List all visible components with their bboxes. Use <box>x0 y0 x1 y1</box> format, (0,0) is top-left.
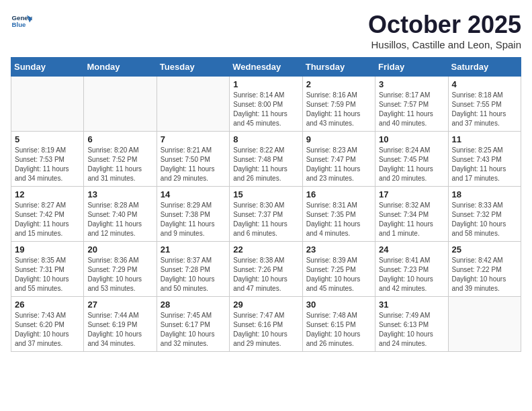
day-number: 11 <box>452 134 517 144</box>
day-info: Sunrise: 8:41 AM Sunset: 7:23 PM Dayligh… <box>379 256 444 293</box>
calendar-cell: 6Sunrise: 8:20 AM Sunset: 7:52 PM Daylig… <box>84 132 157 187</box>
day-number: 14 <box>161 189 226 199</box>
day-info: Sunrise: 8:19 AM Sunset: 7:53 PM Dayligh… <box>15 146 80 183</box>
day-number: 4 <box>452 79 517 89</box>
header: General Blue October 2025 Husillos, Cast… <box>11 11 521 50</box>
day-info: Sunrise: 8:30 AM Sunset: 7:37 PM Dayligh… <box>233 201 298 238</box>
day-number: 24 <box>379 244 444 255</box>
calendar-cell: 22Sunrise: 8:38 AM Sunset: 7:26 PM Dayli… <box>230 242 302 297</box>
weekday-header-row: SundayMondayTuesdayWednesdayThursdayFrid… <box>11 58 521 77</box>
day-info: Sunrise: 8:32 AM Sunset: 7:34 PM Dayligh… <box>379 201 444 238</box>
day-number: 17 <box>379 189 444 199</box>
weekday-header-sunday: Sunday <box>11 58 84 77</box>
day-info: Sunrise: 8:16 AM Sunset: 7:59 PM Dayligh… <box>306 91 371 128</box>
day-number: 18 <box>452 189 517 199</box>
calendar-cell: 18Sunrise: 8:33 AM Sunset: 7:32 PM Dayli… <box>448 187 521 242</box>
calendar-cell: 23Sunrise: 8:39 AM Sunset: 7:25 PM Dayli… <box>302 242 375 297</box>
calendar-cell: 1Sunrise: 8:14 AM Sunset: 8:00 PM Daylig… <box>230 77 302 132</box>
week-row-4: 19Sunrise: 8:35 AM Sunset: 7:31 PM Dayli… <box>11 242 521 297</box>
day-info: Sunrise: 8:25 AM Sunset: 7:43 PM Dayligh… <box>452 146 517 183</box>
day-info: Sunrise: 7:48 AM Sunset: 6:15 PM Dayligh… <box>306 311 371 349</box>
calendar-cell: 24Sunrise: 8:41 AM Sunset: 7:23 PM Dayli… <box>375 242 448 297</box>
calendar-cell: 5Sunrise: 8:19 AM Sunset: 7:53 PM Daylig… <box>11 132 84 187</box>
day-number: 16 <box>306 189 371 199</box>
day-info: Sunrise: 7:45 AM Sunset: 6:17 PM Dayligh… <box>161 311 226 349</box>
calendar-cell: 27Sunrise: 7:44 AM Sunset: 6:19 PM Dayli… <box>84 297 157 352</box>
day-info: Sunrise: 8:23 AM Sunset: 7:47 PM Dayligh… <box>306 146 371 183</box>
day-info: Sunrise: 8:28 AM Sunset: 7:40 PM Dayligh… <box>87 201 152 238</box>
weekday-header-thursday: Thursday <box>302 58 375 77</box>
calendar-cell: 16Sunrise: 8:31 AM Sunset: 7:35 PM Dayli… <box>302 187 375 242</box>
day-number: 1 <box>233 79 298 89</box>
day-info: Sunrise: 8:37 AM Sunset: 7:28 PM Dayligh… <box>161 256 226 293</box>
calendar-cell: 20Sunrise: 8:36 AM Sunset: 7:29 PM Dayli… <box>84 242 157 297</box>
day-number: 25 <box>452 244 517 255</box>
day-info: Sunrise: 8:14 AM Sunset: 8:00 PM Dayligh… <box>233 91 298 128</box>
day-info: Sunrise: 8:20 AM Sunset: 7:52 PM Dayligh… <box>87 146 152 183</box>
day-number: 29 <box>233 300 298 310</box>
day-number: 15 <box>233 189 298 199</box>
calendar-cell: 11Sunrise: 8:25 AM Sunset: 7:43 PM Dayli… <box>448 132 521 187</box>
day-number: 5 <box>15 134 80 144</box>
calendar-cell: 4Sunrise: 8:18 AM Sunset: 7:55 PM Daylig… <box>448 77 521 132</box>
calendar-cell: 31Sunrise: 7:49 AM Sunset: 6:13 PM Dayli… <box>375 297 448 352</box>
calendar-cell: 26Sunrise: 7:43 AM Sunset: 6:20 PM Dayli… <box>11 297 84 352</box>
title-area: October 2025 Husillos, Castille and Leon… <box>368 11 521 50</box>
day-number: 31 <box>379 300 444 310</box>
day-number: 7 <box>161 134 226 144</box>
day-info: Sunrise: 8:31 AM Sunset: 7:35 PM Dayligh… <box>306 201 371 238</box>
day-number: 2 <box>306 79 371 89</box>
calendar-cell <box>84 77 157 132</box>
calendar-cell <box>157 77 229 132</box>
day-info: Sunrise: 8:21 AM Sunset: 7:50 PM Dayligh… <box>161 146 226 183</box>
day-info: Sunrise: 8:36 AM Sunset: 7:29 PM Dayligh… <box>87 256 152 293</box>
svg-text:Blue: Blue <box>12 21 26 28</box>
calendar-cell: 28Sunrise: 7:45 AM Sunset: 6:17 PM Dayli… <box>157 297 229 352</box>
logo-icon: General Blue <box>11 11 32 32</box>
weekday-header-monday: Monday <box>84 58 157 77</box>
week-row-3: 12Sunrise: 8:27 AM Sunset: 7:42 PM Dayli… <box>11 187 521 242</box>
week-row-1: 1Sunrise: 8:14 AM Sunset: 8:00 PM Daylig… <box>11 77 521 132</box>
calendar-cell <box>448 297 521 352</box>
day-number: 21 <box>161 244 226 255</box>
day-info: Sunrise: 8:27 AM Sunset: 7:42 PM Dayligh… <box>15 201 80 238</box>
day-info: Sunrise: 8:42 AM Sunset: 7:22 PM Dayligh… <box>452 256 517 293</box>
day-number: 12 <box>15 189 80 199</box>
day-number: 28 <box>161 300 226 310</box>
calendar-cell <box>11 77 84 132</box>
day-info: Sunrise: 7:49 AM Sunset: 6:13 PM Dayligh… <box>379 311 444 349</box>
week-row-5: 26Sunrise: 7:43 AM Sunset: 6:20 PM Dayli… <box>11 297 521 352</box>
calendar-cell: 13Sunrise: 8:28 AM Sunset: 7:40 PM Dayli… <box>84 187 157 242</box>
calendar-cell: 10Sunrise: 8:24 AM Sunset: 7:45 PM Dayli… <box>375 132 448 187</box>
day-info: Sunrise: 8:29 AM Sunset: 7:38 PM Dayligh… <box>161 201 226 238</box>
day-info: Sunrise: 8:24 AM Sunset: 7:45 PM Dayligh… <box>379 146 444 183</box>
calendar-cell: 30Sunrise: 7:48 AM Sunset: 6:15 PM Dayli… <box>302 297 375 352</box>
calendar-cell: 2Sunrise: 8:16 AM Sunset: 7:59 PM Daylig… <box>302 77 375 132</box>
day-info: Sunrise: 7:44 AM Sunset: 6:19 PM Dayligh… <box>87 311 152 349</box>
weekday-header-wednesday: Wednesday <box>230 58 302 77</box>
day-number: 3 <box>379 79 444 89</box>
day-number: 10 <box>379 134 444 144</box>
calendar-cell: 7Sunrise: 8:21 AM Sunset: 7:50 PM Daylig… <box>157 132 229 187</box>
calendar-cell: 3Sunrise: 8:17 AM Sunset: 7:57 PM Daylig… <box>375 77 448 132</box>
month-title: October 2025 <box>368 11 521 39</box>
calendar-cell: 8Sunrise: 8:22 AM Sunset: 7:48 PM Daylig… <box>230 132 302 187</box>
day-info: Sunrise: 8:38 AM Sunset: 7:26 PM Dayligh… <box>233 256 298 293</box>
day-info: Sunrise: 8:39 AM Sunset: 7:25 PM Dayligh… <box>306 256 371 293</box>
day-number: 20 <box>87 244 152 255</box>
day-info: Sunrise: 7:47 AM Sunset: 6:16 PM Dayligh… <box>233 311 298 349</box>
day-number: 13 <box>87 189 152 199</box>
day-number: 26 <box>15 300 80 310</box>
calendar-cell: 14Sunrise: 8:29 AM Sunset: 7:38 PM Dayli… <box>157 187 229 242</box>
calendar-cell: 12Sunrise: 8:27 AM Sunset: 7:42 PM Dayli… <box>11 187 84 242</box>
weekday-header-tuesday: Tuesday <box>157 58 229 77</box>
day-info: Sunrise: 8:33 AM Sunset: 7:32 PM Dayligh… <box>452 201 517 238</box>
day-info: Sunrise: 8:17 AM Sunset: 7:57 PM Dayligh… <box>379 91 444 128</box>
location-subtitle: Husillos, Castille and Leon, Spain <box>368 39 521 50</box>
calendar-cell: 19Sunrise: 8:35 AM Sunset: 7:31 PM Dayli… <box>11 242 84 297</box>
calendar-cell: 29Sunrise: 7:47 AM Sunset: 6:16 PM Dayli… <box>230 297 302 352</box>
day-number: 19 <box>15 244 80 255</box>
weekday-header-saturday: Saturday <box>448 58 521 77</box>
weekday-header-friday: Friday <box>375 58 448 77</box>
day-number: 9 <box>306 134 371 144</box>
